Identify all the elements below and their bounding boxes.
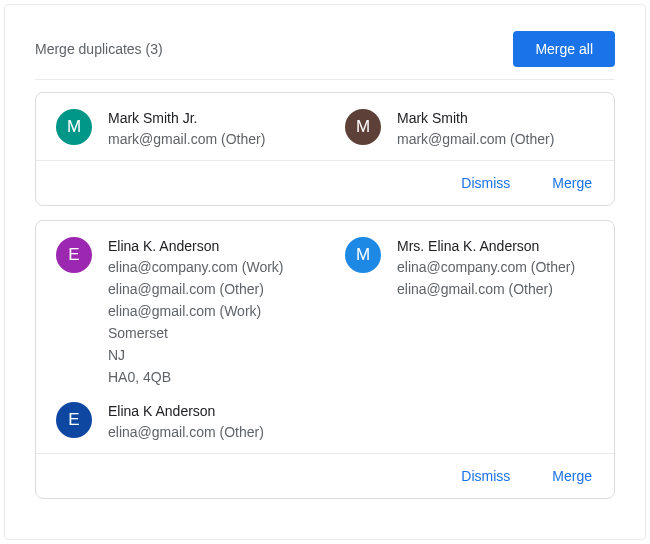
contact-name: Elina K. Anderson xyxy=(108,238,313,254)
contact-detail-line: mark@gmail.com (Other) xyxy=(108,128,313,150)
contact-detail-line: NJ xyxy=(108,344,313,366)
contact-column-left: MMark Smith Jr.mark@gmail.com (Other) xyxy=(36,109,325,150)
panel-title: Merge duplicates (3) xyxy=(35,41,163,57)
contact-name: Mark Smith xyxy=(397,110,602,126)
contact-details: Mark Smith Jr.mark@gmail.com (Other) xyxy=(108,109,313,150)
contact-item: MMrs. Elina K. Andersonelina@company.com… xyxy=(345,237,602,300)
contact-column-right: MMark Smithmark@gmail.com (Other) xyxy=(325,109,614,150)
contact-item: EElina K Andersonelina@gmail.com (Other) xyxy=(56,402,313,443)
panel-header: Merge duplicates (3) Merge all xyxy=(35,19,615,80)
avatar: M xyxy=(345,109,381,145)
contact-detail-line: elina@gmail.com (Work) xyxy=(108,300,313,322)
contact-details: Elina K Andersonelina@gmail.com (Other) xyxy=(108,402,313,443)
group-actions: DismissMerge xyxy=(36,453,614,498)
contact-detail-line: elina@gmail.com (Other) xyxy=(108,421,313,443)
contacts-row: EElina K. Andersonelina@company.com (Wor… xyxy=(36,221,614,453)
contact-details: Elina K. Andersonelina@company.com (Work… xyxy=(108,237,313,388)
merge-button[interactable]: Merge xyxy=(552,175,592,191)
merge-duplicates-panel: Merge duplicates (3) Merge all MMark Smi… xyxy=(4,4,646,540)
contact-detail-line: elina@company.com (Work) xyxy=(108,256,313,278)
avatar: E xyxy=(56,237,92,273)
merge-button[interactable]: Merge xyxy=(552,468,592,484)
duplicate-group: MMark Smith Jr.mark@gmail.com (Other)MMa… xyxy=(35,92,615,206)
group-actions: DismissMerge xyxy=(36,160,614,205)
contact-detail-line: HA0, 4QB xyxy=(108,366,313,388)
contact-detail-line: Somerset xyxy=(108,322,313,344)
avatar: M xyxy=(56,109,92,145)
contact-column-left: EElina K. Andersonelina@company.com (Wor… xyxy=(36,237,325,443)
contact-name: Mrs. Elina K. Anderson xyxy=(397,238,602,254)
contact-detail-line: elina@gmail.com (Other) xyxy=(108,278,313,300)
contact-details: Mrs. Elina K. Andersonelina@company.com … xyxy=(397,237,602,300)
contact-name: Mark Smith Jr. xyxy=(108,110,313,126)
contact-column-right: MMrs. Elina K. Andersonelina@company.com… xyxy=(325,237,614,443)
contact-item: MMark Smithmark@gmail.com (Other) xyxy=(345,109,602,150)
dismiss-button[interactable]: Dismiss xyxy=(461,468,510,484)
merge-all-button[interactable]: Merge all xyxy=(513,31,615,67)
contact-item: EElina K. Andersonelina@company.com (Wor… xyxy=(56,237,313,388)
dismiss-button[interactable]: Dismiss xyxy=(461,175,510,191)
duplicate-group: EElina K. Andersonelina@company.com (Wor… xyxy=(35,220,615,499)
contacts-row: MMark Smith Jr.mark@gmail.com (Other)MMa… xyxy=(36,93,614,160)
contact-detail-line: mark@gmail.com (Other) xyxy=(397,128,602,150)
contact-detail-line: elina@gmail.com (Other) xyxy=(397,278,602,300)
avatar: E xyxy=(56,402,92,438)
contact-item: MMark Smith Jr.mark@gmail.com (Other) xyxy=(56,109,313,150)
avatar: M xyxy=(345,237,381,273)
contact-detail-line: elina@company.com (Other) xyxy=(397,256,602,278)
contact-name: Elina K Anderson xyxy=(108,403,313,419)
contact-details: Mark Smithmark@gmail.com (Other) xyxy=(397,109,602,150)
